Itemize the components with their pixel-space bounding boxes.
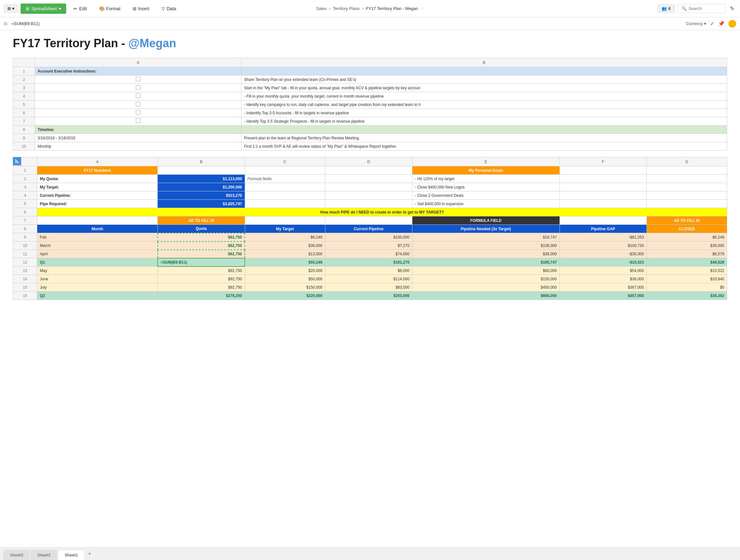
t2-8-gap[interactable]: Pipeline GAP xyxy=(559,225,647,233)
resize-handle[interactable] xyxy=(13,157,21,165)
t2-7e[interactable]: FORMULA FIELD xyxy=(412,216,559,225)
edit-button[interactable]: ✏ Edit xyxy=(69,4,92,14)
t2-14c[interactable]: $50,000 xyxy=(245,275,325,283)
t2-5e[interactable]: - Sell $400,000 in expansion xyxy=(412,200,559,208)
t2-8-closed[interactable]: CLOSED xyxy=(647,225,727,233)
t1-col-a[interactable]: A xyxy=(35,58,242,67)
t2-16f[interactable]: $457,000 xyxy=(559,292,647,300)
t2-2f[interactable] xyxy=(559,175,647,183)
t2-8-target[interactable]: My Target xyxy=(245,225,325,233)
t2-8-pipeline[interactable]: Current Pipeline xyxy=(325,225,412,233)
t2-11a[interactable]: April xyxy=(37,250,158,258)
t1-cell-2b[interactable]: Share Territory Plan w/ your extended te… xyxy=(241,76,727,84)
t1-cell-10b[interactable]: First 1:1 a month SVP & AE will review s… xyxy=(241,142,727,151)
breadcrumb-sales[interactable]: Sales xyxy=(316,6,327,11)
t2-15f[interactable]: $367,000 xyxy=(559,283,647,292)
tab-sheet1[interactable]: Sheet1 xyxy=(58,550,84,560)
t2-col-b[interactable]: B xyxy=(158,157,245,166)
t2-5b[interactable]: $3,825,747 xyxy=(158,200,245,208)
t2-col-a[interactable]: A xyxy=(37,157,158,166)
t2-col-c[interactable]: C xyxy=(245,157,325,166)
t2-15c[interactable]: $150,000 xyxy=(245,283,325,292)
page-title-mention[interactable]: @Megan xyxy=(128,36,176,50)
t2-3b[interactable]: $1,200,000 xyxy=(158,183,245,191)
breadcrumb-territory[interactable]: Territory Plans xyxy=(333,6,360,11)
t2-3g[interactable] xyxy=(647,183,727,191)
t2-5g[interactable] xyxy=(647,200,727,208)
t2-7a[interactable] xyxy=(37,216,158,225)
t2-15b[interactable]: $92,750 xyxy=(158,283,245,292)
t2-13f[interactable]: $54,000 xyxy=(559,267,647,275)
t2-2d[interactable] xyxy=(325,175,412,183)
t2-12a[interactable]: Q1 xyxy=(37,258,158,267)
t2-fy17[interactable]: FY17 Numbers xyxy=(37,166,158,175)
add-tab-button[interactable]: + xyxy=(85,549,94,559)
t2-col-e[interactable]: E xyxy=(412,157,559,166)
checkbox-2[interactable] xyxy=(136,77,141,81)
t2-16b[interactable]: $278,250 xyxy=(158,292,245,300)
t1-cell-8b[interactable] xyxy=(241,125,727,134)
t2-15e[interactable]: $450,000 xyxy=(412,283,559,292)
t2-10c[interactable]: $36,000 xyxy=(245,242,325,250)
t1-cell-1b[interactable] xyxy=(241,67,727,76)
t2-9a[interactable]: Feb xyxy=(37,233,158,242)
t2-12e[interactable]: $165,747 xyxy=(412,258,559,267)
t1-cell-10a[interactable]: Monthly xyxy=(35,142,242,151)
pin-icon[interactable]: 📌 xyxy=(718,20,725,27)
t2-16d[interactable]: $203,000 xyxy=(325,292,412,300)
t1-cell-4a[interactable] xyxy=(35,92,242,100)
t2-16c[interactable]: $220,000 xyxy=(245,292,325,300)
t2-8-quota[interactable]: Quota xyxy=(158,225,245,233)
data-button[interactable]: ▽ Data xyxy=(157,4,181,14)
t2-1f[interactable] xyxy=(559,166,647,175)
t2-10e[interactable]: $108,000 xyxy=(412,242,559,250)
search-input[interactable] xyxy=(688,6,724,11)
t2-7b[interactable]: AE TO FILL IN xyxy=(158,216,245,225)
t2-12c[interactable]: $55,249 xyxy=(245,258,325,267)
t1-cell-9a[interactable]: 3/16/2016 - 3/18/2016 xyxy=(35,134,242,142)
t2-2g[interactable] xyxy=(647,175,727,183)
t2-7g[interactable]: AE TO FILL IN xyxy=(647,216,727,225)
t2-3e[interactable]: - Close $400,000 New Logos xyxy=(412,183,559,191)
t2-2a[interactable]: My Quota: xyxy=(37,175,158,183)
open-external-button[interactable]: ✎ xyxy=(728,4,736,14)
t2-9b[interactable]: $92,750 xyxy=(158,233,245,242)
t2-13b[interactable]: $92,750 xyxy=(158,267,245,275)
t2-7f[interactable] xyxy=(559,216,647,225)
t2-11d[interactable]: $74,000 xyxy=(325,250,412,258)
t2-4f[interactable] xyxy=(559,191,647,200)
t1-cell-6b[interactable]: - Indentify Top 3-5 Accounts - fill in t… xyxy=(241,109,727,117)
t2-10a[interactable]: March xyxy=(37,242,158,250)
t1-cell-2a[interactable] xyxy=(35,76,242,84)
t2-15d[interactable]: $83,000 xyxy=(325,283,412,292)
t1-col-b[interactable]: B xyxy=(241,58,727,67)
t2-7c[interactable] xyxy=(245,216,325,225)
t2-8-needed[interactable]: Pipeline Needed (3x Target) xyxy=(412,225,559,233)
t2-11e[interactable]: $39,000 xyxy=(412,250,559,258)
t2-13a[interactable]: May xyxy=(37,267,158,275)
t2-col-f[interactable]: F xyxy=(559,157,647,166)
users-button[interactable]: 👥 8 xyxy=(657,4,675,13)
t1-cell-7a[interactable] xyxy=(35,117,242,125)
t2-12g[interactable]: $48,828 xyxy=(647,258,727,267)
t2-3a[interactable]: My Target: xyxy=(37,183,158,191)
t2-16a[interactable]: Q2 xyxy=(37,292,158,300)
t1-cell-3b[interactable]: Start in the "My Plan" tab - fill in you… xyxy=(241,84,727,92)
t2-3c[interactable] xyxy=(245,183,325,191)
t2-4c[interactable] xyxy=(245,191,325,200)
t2-10f[interactable]: $100,730 xyxy=(559,242,647,250)
t2-col-d[interactable]: D xyxy=(325,157,412,166)
t2-2e[interactable]: - Hit 120% of my target xyxy=(412,175,559,183)
insert-button[interactable]: ⊞ Insert xyxy=(128,4,154,14)
t2-10d[interactable]: $7,270 xyxy=(325,242,412,250)
t2-12b[interactable]: =SUM(B9:B11) xyxy=(158,258,245,267)
checkbox-6[interactable] xyxy=(136,110,141,115)
t2-12f[interactable]: -$15,523 xyxy=(559,258,647,267)
t1-cell-5a[interactable] xyxy=(35,100,242,109)
t2-8-month[interactable]: Month xyxy=(37,225,158,233)
tab-sheet3[interactable]: Sheet3 xyxy=(3,550,30,560)
t1-cell-5b[interactable]: - Identify key campaigns to run, daily c… xyxy=(241,100,727,109)
t2-11g[interactable]: $6,579 xyxy=(647,250,727,258)
t2-11c[interactable]: $13,000 xyxy=(245,250,325,258)
t2-13g[interactable]: $15,522 xyxy=(647,267,727,275)
